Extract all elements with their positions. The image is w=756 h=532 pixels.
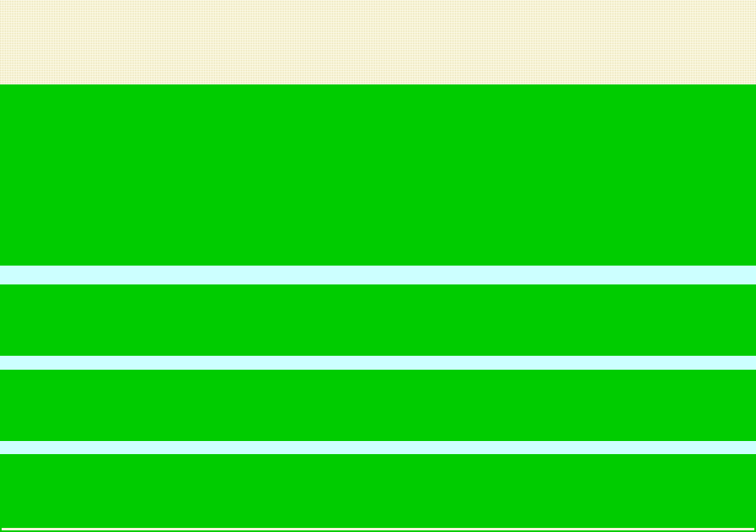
zodiac-code-names-table: [0, 371, 756, 439]
zodiac-attributes-table: [0, 286, 756, 354]
bottom-filler: [0, 526, 756, 532]
section-title-code-names: [0, 354, 756, 371]
zodiac-reference-page: [0, 0, 756, 532]
section-title-combinations: [0, 439, 756, 456]
wuxing-zodiac-table: [0, 84, 756, 264]
combination-attributes-table: [0, 456, 756, 526]
section-title-special-attributes: [0, 264, 756, 286]
wave-clash-tables: [0, 0, 756, 84]
